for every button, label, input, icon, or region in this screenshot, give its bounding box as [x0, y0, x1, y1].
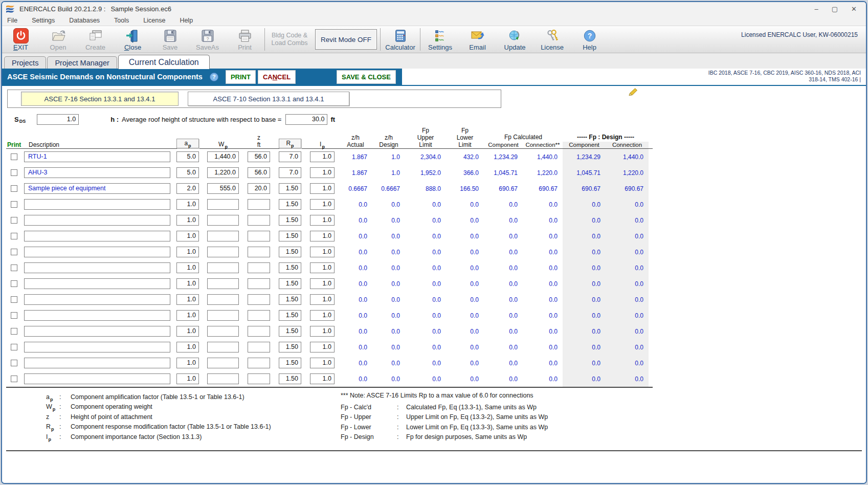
z-input[interactable]: 56.0 — [248, 151, 270, 162]
rp-input[interactable]: 1.50 — [279, 373, 301, 384]
ap-input[interactable]: 1.0 — [176, 358, 199, 368]
print-checkbox[interactable] — [11, 169, 17, 176]
ip-input[interactable]: 1.0 — [310, 151, 335, 162]
ap-input[interactable]: 1.0 — [176, 294, 199, 305]
description-input[interactable] — [24, 326, 170, 337]
tab-asce-7-10[interactable]: ASCE 7-10 Section 13.3.1 and 13.4.1 — [188, 92, 349, 106]
description-input[interactable]: Sample piece of equipment — [24, 183, 170, 194]
tab-project-manager[interactable]: Project Manager — [47, 56, 117, 69]
ap-input[interactable]: 1.0 — [176, 278, 199, 289]
description-input[interactable] — [24, 373, 170, 384]
description-input[interactable] — [24, 199, 170, 210]
description-input[interactable]: RTU-1 — [24, 151, 170, 162]
print-checkbox[interactable] — [11, 296, 17, 303]
settings-button[interactable]: Settings — [421, 26, 459, 53]
ip-input[interactable]: 1.0 — [310, 373, 335, 384]
z-input[interactable] — [248, 358, 270, 368]
print-calc-button[interactable]: PRINT — [226, 70, 256, 84]
z-input[interactable] — [248, 215, 270, 226]
cancel-button[interactable]: CANCEL — [258, 70, 296, 84]
wp-input[interactable] — [207, 310, 239, 321]
print-checkbox[interactable] — [11, 328, 17, 335]
save-close-button[interactable]: SAVE & CLOSE — [337, 70, 396, 84]
rp-input[interactable]: 1.50 — [279, 358, 301, 368]
z-input[interactable] — [248, 262, 270, 273]
license-button[interactable]: License — [533, 26, 571, 53]
print-checkbox[interactable] — [11, 153, 17, 160]
edit-pencil-icon[interactable] — [628, 88, 638, 98]
print-checkbox[interactable] — [11, 249, 17, 255]
roof-height-input[interactable]: 30.0 — [285, 114, 327, 125]
revit-mode-toggle[interactable]: Revit Mode OFF — [315, 29, 377, 50]
wp-input[interactable] — [207, 231, 239, 241]
wp-input[interactable] — [207, 278, 239, 289]
z-input[interactable] — [248, 373, 270, 384]
ap-input[interactable]: 1.0 — [176, 231, 199, 241]
description-input[interactable] — [24, 358, 170, 368]
rp-input[interactable]: 1.50 — [279, 247, 301, 257]
tab-current-calculation[interactable]: Current Calculation — [118, 55, 210, 69]
ap-input[interactable]: 1.0 — [176, 199, 199, 210]
rp-input[interactable]: 7.0 — [279, 151, 301, 162]
ip-input[interactable]: 1.0 — [310, 310, 335, 321]
z-input[interactable] — [248, 310, 270, 321]
z-input[interactable] — [248, 278, 270, 289]
menu-item-settings[interactable]: Settings — [32, 17, 55, 24]
rp-input[interactable]: 1.50 — [279, 310, 301, 321]
ap-input[interactable]: 2.0 — [176, 183, 199, 194]
print-checkbox[interactable] — [11, 376, 17, 382]
rp-input[interactable]: 1.50 — [279, 262, 301, 273]
print-checkbox[interactable] — [11, 233, 17, 239]
col-rp-header-button[interactable]: Rp — [274, 139, 306, 148]
rp-input[interactable]: 1.50 — [279, 342, 301, 352]
print-checkbox[interactable] — [11, 185, 17, 192]
menu-item-tools[interactable]: Tools — [114, 17, 129, 24]
z-input[interactable] — [248, 294, 270, 305]
ap-input[interactable]: 1.0 — [176, 326, 199, 337]
z-input[interactable] — [248, 342, 270, 352]
print-checkbox[interactable] — [11, 312, 17, 319]
menu-item-file[interactable]: File — [7, 17, 17, 24]
calc-help-icon[interactable]: ? — [210, 73, 218, 81]
close-window-button[interactable]: ✕ — [851, 5, 857, 13]
wp-input[interactable] — [207, 215, 239, 226]
description-input[interactable] — [24, 247, 170, 257]
calculator-button[interactable]: Calculator — [382, 26, 419, 53]
ip-input[interactable]: 1.0 — [310, 326, 335, 337]
ap-input[interactable]: 1.0 — [176, 373, 199, 384]
ip-input[interactable]: 1.0 — [310, 358, 335, 368]
wp-input[interactable] — [207, 262, 239, 273]
saveas-button[interactable]: ? SaveAs — [189, 26, 226, 53]
maximize-button[interactable]: ▢ — [832, 5, 838, 13]
z-input[interactable]: 56.0 — [248, 167, 270, 178]
help-button[interactable]: ? Help — [571, 26, 608, 53]
print-checkbox[interactable] — [11, 264, 17, 271]
ip-input[interactable]: 1.0 — [310, 215, 335, 226]
menu-item-help[interactable]: Help — [180, 17, 193, 24]
print-button[interactable]: Print — [226, 26, 263, 53]
rp-input[interactable]: 1.50 — [279, 326, 301, 337]
ip-input[interactable]: 1.0 — [310, 247, 335, 257]
rp-input[interactable]: 1.50 — [279, 294, 301, 305]
ip-input[interactable]: 1.0 — [310, 278, 335, 289]
wp-input[interactable] — [207, 326, 239, 337]
sds-input[interactable]: 1.0 — [37, 114, 79, 125]
create-button[interactable]: Create — [77, 26, 114, 53]
print-checkbox[interactable] — [11, 217, 17, 224]
ip-input[interactable]: 1.0 — [310, 199, 335, 210]
rp-input[interactable]: 7.0 — [279, 167, 301, 178]
rp-input[interactable]: 1.50 — [279, 278, 301, 289]
wp-input[interactable]: 1,440.0 — [207, 151, 239, 162]
rp-input[interactable]: 1.50 — [279, 183, 301, 194]
print-checkbox[interactable] — [11, 360, 17, 366]
wp-input[interactable] — [207, 294, 239, 305]
wp-input[interactable] — [207, 373, 239, 384]
exit-button[interactable]: EXIT — [2, 26, 39, 53]
rp-input[interactable]: 1.50 — [279, 231, 301, 241]
col-ap-header-button[interactable]: ap — [173, 139, 203, 148]
print-checkbox[interactable] — [11, 344, 17, 350]
ap-input[interactable]: 1.0 — [176, 262, 199, 273]
print-checkbox[interactable] — [11, 280, 17, 287]
rp-input[interactable]: 1.50 — [279, 215, 301, 226]
ip-input[interactable]: 1.0 — [310, 231, 335, 241]
